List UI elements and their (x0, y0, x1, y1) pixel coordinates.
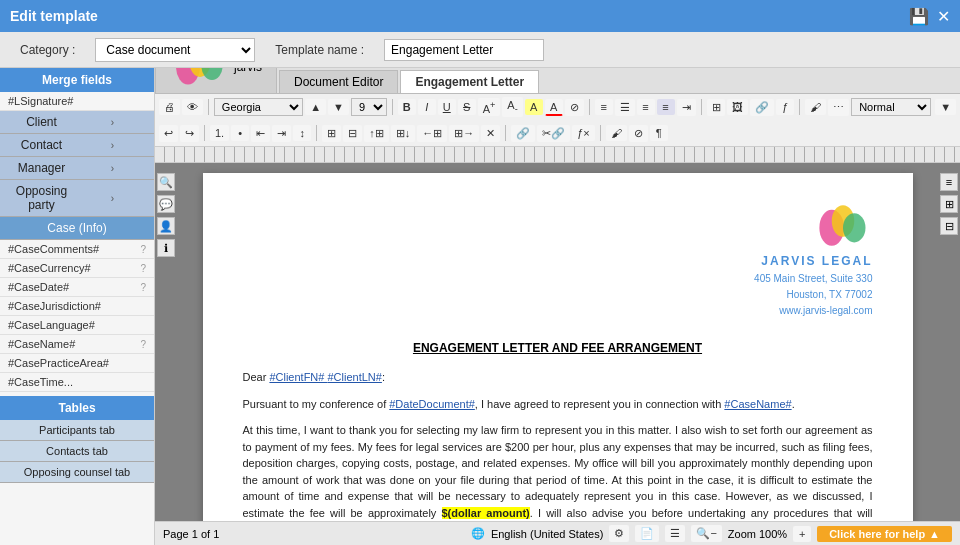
bold-btn[interactable]: B (398, 99, 416, 115)
top-bar: Edit template 💾 ✕ (0, 0, 960, 32)
superscript-btn[interactable]: A+ (478, 98, 501, 117)
sidebar-opposing-party-section[interactable]: Opposing party › (0, 180, 154, 217)
document-page[interactable]: JARVIS LEGAL 405 Main Street, Suite 330 … (203, 173, 913, 521)
link-btn[interactable]: 🔗 (750, 99, 774, 116)
view-settings-btn[interactable]: ☰ (665, 525, 685, 542)
formula-btn2[interactable]: ƒ× (572, 125, 595, 141)
align-center-btn[interactable]: ☰ (615, 99, 635, 116)
right-tool-2[interactable]: ⊞ (940, 195, 958, 213)
case-practice-area-field[interactable]: #CasePracticeArea# (0, 354, 154, 373)
size-select[interactable]: 9 (351, 98, 387, 116)
case-date-field[interactable]: #CaseDate# ? (0, 278, 154, 297)
template-name-input[interactable] (384, 39, 544, 61)
case-currency-field[interactable]: #CaseCurrency# ? (0, 259, 154, 278)
close-icon[interactable]: ✕ (937, 7, 950, 26)
case-name-field[interactable]: #CaseName# ? (0, 335, 154, 354)
split-cells-btn[interactable]: ⊟ (343, 125, 362, 142)
save-icon[interactable]: 💾 (909, 7, 929, 26)
left-tool-search[interactable]: 🔍 (157, 173, 175, 191)
svg-point-2 (202, 68, 223, 80)
table-btn[interactable]: ⊞ (707, 99, 726, 116)
opposing-counsel-tab-btn[interactable]: Opposing counsel tab (0, 462, 154, 483)
left-tool-user[interactable]: 👤 (157, 217, 175, 235)
image-btn[interactable]: 🖼 (727, 99, 748, 115)
show-formatting-btn[interactable]: ¶ (650, 125, 668, 141)
merge-fields-header: Merge fields (0, 68, 154, 92)
right-tool-1[interactable]: ≡ (940, 173, 958, 191)
strikethrough-btn[interactable]: S (458, 99, 476, 115)
italic-btn[interactable]: I (418, 99, 436, 115)
salutation-line: Dear #ClientFN# #ClientLN#: (243, 369, 873, 386)
left-tool-comment[interactable]: 💬 (157, 195, 175, 213)
font-size-up-btn[interactable]: ▲ (305, 99, 326, 115)
col-left-btn[interactable]: ←⊞ (417, 125, 447, 142)
ul-btn[interactable]: • (231, 125, 249, 141)
merge-cells-btn[interactable]: ⊞ (322, 125, 341, 142)
link-btn2[interactable]: 🔗 (511, 125, 535, 142)
highlight-btn[interactable]: A (525, 99, 543, 115)
document-wrapper[interactable]: 🔍 💬 👤 ℹ (155, 163, 960, 521)
left-margin-tools: 🔍 💬 👤 ℹ (157, 173, 175, 257)
style-dropdown-btn[interactable]: ▼ (935, 99, 956, 115)
sidebar-case-info-section[interactable]: Case (Info) (0, 217, 154, 240)
letter-body: Dear #ClientFN# #ClientLN#: Pursuant to … (243, 369, 873, 521)
font-color-btn[interactable]: A (545, 99, 563, 116)
underline-btn[interactable]: U (438, 99, 456, 115)
ruler-line (155, 147, 960, 162)
align-justify-btn[interactable]: ≡ (657, 99, 675, 115)
case-comments-field[interactable]: #CaseComments# ? (0, 240, 154, 259)
preview-btn[interactable]: 👁 (182, 99, 203, 115)
style-select[interactable]: Normal (851, 98, 931, 116)
line-spacing-btn[interactable]: ↕ (293, 125, 311, 141)
tab-engagement-letter[interactable]: Engagement Letter (400, 70, 539, 93)
unlink-btn[interactable]: ✂🔗 (537, 125, 570, 142)
paint-btn[interactable]: 🖌 (805, 99, 826, 115)
right-tool-3[interactable]: ⊟ (940, 217, 958, 235)
font-select[interactable]: Georgia (214, 98, 303, 116)
category-label: Category : (20, 43, 75, 57)
delete-row-btn[interactable]: ✕ (481, 125, 500, 142)
separator (392, 99, 393, 115)
chevron-right-icon: › (77, 117, 148, 128)
sidebar-client-section[interactable]: Client › (0, 111, 154, 134)
tab-document-editor[interactable]: Document Editor (279, 70, 398, 93)
formula-btn[interactable]: ƒ (776, 99, 794, 115)
clear-format-btn[interactable]: ⊘ (565, 99, 584, 116)
more-btn[interactable]: ⋯ (828, 99, 849, 116)
col-right-btn[interactable]: ⊞→ (449, 125, 479, 142)
lsignature-field[interactable]: #LSignature# (0, 92, 154, 111)
help-icon: ? (140, 339, 146, 350)
eraser-btn[interactable]: ⊘ (629, 125, 648, 142)
font-size-down-btn[interactable]: ▼ (328, 99, 349, 115)
align-right-btn[interactable]: ≡ (637, 99, 655, 115)
indent-btn[interactable]: ⇥ (677, 99, 696, 116)
tab-jarvis[interactable]: jarvis (155, 68, 277, 93)
increase-indent-btn[interactable]: ⇥ (272, 125, 291, 142)
sidebar-manager-section[interactable]: Manager › (0, 157, 154, 180)
doc-settings-btn[interactable]: 📄 (635, 525, 659, 542)
zoom-in-btn[interactable]: + (793, 526, 811, 542)
paragraph-1: Pursuant to my conference of #DateDocume… (243, 396, 873, 413)
help-button[interactable]: Click here for help ▲ (817, 526, 952, 542)
left-tool-info[interactable]: ℹ (157, 239, 175, 257)
category-select[interactable]: Case document (95, 38, 255, 62)
participants-tab-btn[interactable]: Participants tab (0, 420, 154, 441)
align-left-btn[interactable]: ≡ (595, 99, 613, 115)
ol-btn[interactable]: 1. (210, 125, 229, 141)
case-jurisdiction-field[interactable]: #CaseJurisdiction# (0, 297, 154, 316)
redo-btn[interactable]: ↪ (180, 125, 199, 142)
contacts-tab-btn[interactable]: Contacts tab (0, 441, 154, 462)
decrease-indent-btn[interactable]: ⇤ (251, 125, 270, 142)
language-settings-btn[interactable]: ⚙ (609, 525, 629, 542)
row-below-btn[interactable]: ⊞↓ (391, 125, 416, 142)
undo-btn[interactable]: ↩ (159, 125, 178, 142)
sidebar-contact-section[interactable]: Contact › (0, 134, 154, 157)
row-above-btn[interactable]: ↑⊞ (364, 125, 389, 142)
case-time-field[interactable]: #CaseTime... (0, 373, 154, 392)
case-name-ref: #CaseName# (724, 398, 791, 410)
subscript-btn[interactable]: A- (502, 97, 522, 116)
paint-format-btn[interactable]: 🖌 (606, 125, 627, 141)
zoom-out-btn[interactable]: 🔍− (691, 525, 721, 542)
case-language-field[interactable]: #CaseLanguage# (0, 316, 154, 335)
print-btn[interactable]: 🖨 (159, 99, 180, 115)
